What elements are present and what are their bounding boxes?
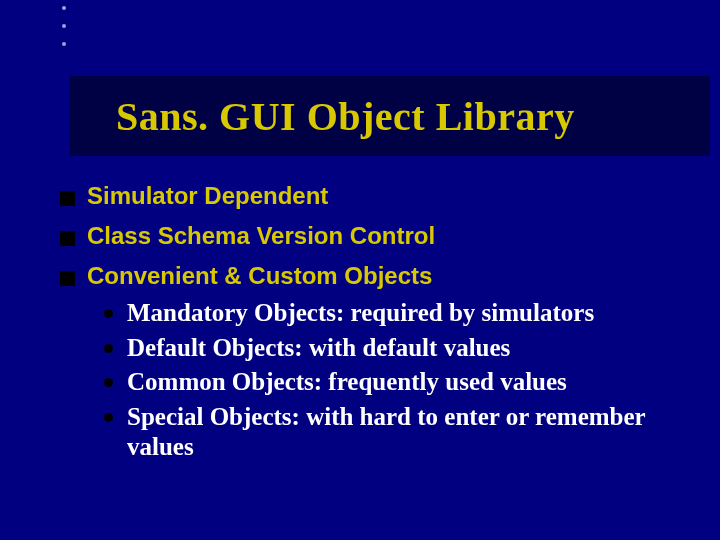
- sub-bullet-lead: Default Objects:: [127, 334, 303, 361]
- disc-bullet-icon: [104, 309, 113, 318]
- disc-bullet-icon: [104, 344, 113, 353]
- square-bullet-icon: [60, 271, 75, 286]
- sub-bullet-list: Mandatory Objects: required by simulator…: [104, 298, 680, 463]
- sub-bullet-text: Default Objects: with default values: [127, 333, 510, 364]
- bullet-text: Class Schema Version Control: [87, 222, 435, 250]
- bullet-row: Simulator Dependent: [60, 182, 680, 210]
- sub-bullet-rest: with default values: [303, 334, 511, 361]
- bullet-text: Simulator Dependent: [87, 182, 328, 210]
- sub-bullet-text: Special Objects: with hard to enter or r…: [127, 402, 680, 463]
- sub-bullet-text: Common Objects: frequently used values: [127, 367, 567, 398]
- sub-bullet-lead: Common Objects:: [127, 368, 322, 395]
- dot-icon: [62, 6, 66, 10]
- sub-bullet-lead: Special Objects:: [127, 403, 300, 430]
- sub-bullet-row: Default Objects: with default values: [104, 333, 680, 364]
- disc-bullet-icon: [104, 413, 113, 422]
- title-band: Sans. GUI Object Library: [70, 76, 710, 156]
- square-bullet-icon: [60, 191, 75, 206]
- bullet-row: Convenient & Custom Objects: [60, 262, 680, 290]
- sub-bullet-rest: required by simulators: [344, 299, 594, 326]
- square-bullet-icon: [60, 231, 75, 246]
- slide-title: Sans. GUI Object Library: [116, 93, 575, 140]
- dot-icon: [62, 24, 66, 28]
- sub-bullet-rest: frequently used values: [322, 368, 567, 395]
- bullet-text: Convenient & Custom Objects: [87, 262, 432, 290]
- content-area: Simulator Dependent Class Schema Version…: [60, 170, 680, 467]
- decorative-dots: [62, 6, 66, 46]
- bullet-row: Class Schema Version Control: [60, 222, 680, 250]
- sub-bullet-row: Mandatory Objects: required by simulator…: [104, 298, 680, 329]
- dot-icon: [62, 42, 66, 46]
- sub-bullet-row: Common Objects: frequently used values: [104, 367, 680, 398]
- sub-bullet-lead: Mandatory Objects:: [127, 299, 344, 326]
- sub-bullet-text: Mandatory Objects: required by simulator…: [127, 298, 594, 329]
- disc-bullet-icon: [104, 378, 113, 387]
- sub-bullet-row: Special Objects: with hard to enter or r…: [104, 402, 680, 463]
